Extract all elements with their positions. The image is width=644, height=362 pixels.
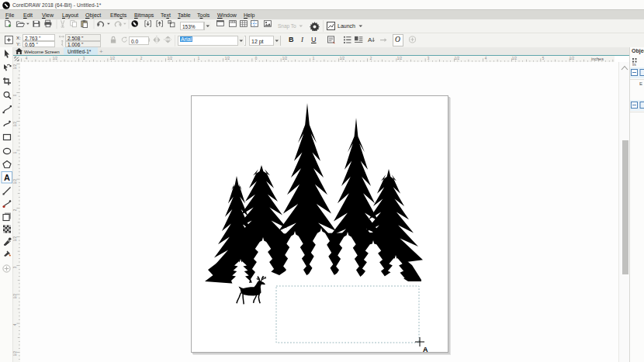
svg-text:A: A: [423, 346, 428, 353]
svg-text:lis: lis: [632, 62, 636, 67]
svg-text:A: A: [4, 173, 10, 182]
